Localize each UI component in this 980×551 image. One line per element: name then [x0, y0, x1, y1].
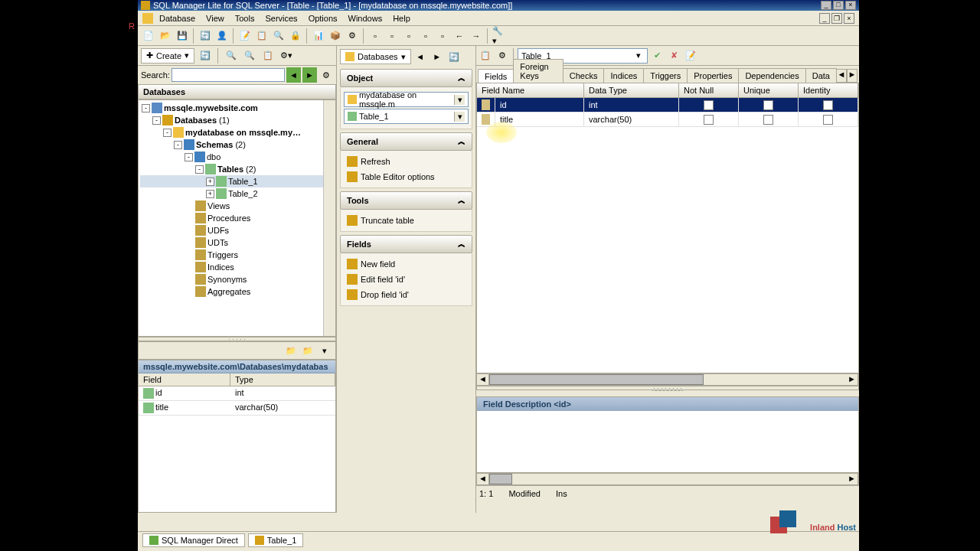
tree-databases[interactable]: Databases — [175, 116, 217, 125]
search-next-button[interactable]: ► — [302, 67, 317, 83]
toolbar-button[interactable]: 🔍 — [224, 48, 239, 64]
window-tab-direct[interactable]: SQL Manager Direct — [142, 533, 245, 547]
tree-udfs[interactable]: UDFs — [207, 226, 229, 235]
toolbar-button[interactable]: 📝 — [237, 28, 253, 44]
cell-type[interactable]: int — [584, 98, 679, 112]
menu-help[interactable]: Help — [388, 12, 415, 24]
database-tree[interactable]: -mssqle.mywebsite.com -Databases (1) -my… — [138, 99, 336, 337]
toolbar-button[interactable]: ▫ — [401, 28, 416, 44]
scroll-left-button[interactable]: ◄ — [477, 374, 489, 385]
menu-view[interactable]: View — [201, 12, 229, 24]
toolbar-button[interactable]: 👤 — [214, 28, 230, 44]
tab-scroll-right[interactable]: ► — [847, 69, 858, 83]
expand-icon[interactable]: - — [142, 104, 150, 112]
drop-field-action[interactable]: Drop field 'id' — [344, 287, 469, 302]
fields-section-header[interactable]: Fields︽ — [340, 235, 472, 253]
tools-section-header[interactable]: Tools︽ — [340, 191, 472, 210]
description-body[interactable] — [477, 411, 858, 472]
cell-name[interactable]: id — [495, 98, 584, 112]
tree-schemas[interactable]: Schemas — [196, 140, 233, 149]
tab-dependencies[interactable]: Dependencies — [738, 68, 805, 83]
tab-triggers[interactable]: Triggers — [643, 68, 688, 83]
toolbar-button[interactable]: ⚙ — [345, 28, 360, 44]
identity-checkbox[interactable] — [823, 100, 833, 110]
menu-windows[interactable]: Windows — [344, 12, 387, 24]
tab-properties[interactable]: Properties — [687, 68, 739, 83]
tree-synonyms[interactable]: Synonyms — [207, 275, 247, 284]
notnull-checkbox[interactable] — [704, 115, 714, 125]
toolbar-button[interactable]: 🔒 — [288, 28, 303, 44]
tree-udts[interactable]: UDTs — [207, 238, 228, 247]
col-field-name[interactable]: Field Name — [477, 83, 584, 97]
refresh-action[interactable]: Refresh — [344, 154, 469, 169]
field-row[interactable]: title varchar(50) — [477, 112, 858, 127]
toolbar-button[interactable]: → — [469, 28, 484, 44]
toolbar-button[interactable]: ⚙ — [495, 48, 510, 64]
scroll-thumb[interactable] — [489, 474, 512, 484]
toolbar-button[interactable]: ◄ — [413, 49, 428, 64]
general-section-header[interactable]: General︽ — [340, 132, 472, 151]
preview-row[interactable]: title varchar(50) — [139, 401, 335, 416]
toolbar-button[interactable]: ► — [430, 49, 445, 64]
tree-schema-dbo[interactable]: dbo — [207, 152, 220, 161]
col-field[interactable]: Field — [139, 373, 230, 386]
scroll-left-button[interactable]: ◄ — [477, 474, 489, 484]
toolbar-button[interactable]: ▫ — [368, 28, 383, 44]
tree-aggregates[interactable]: Aggregates — [207, 287, 250, 296]
toolbar-button[interactable]: 📁 — [283, 343, 299, 358]
scroll-thumb[interactable] — [489, 374, 704, 385]
toolbar-button[interactable]: 📋 — [478, 48, 493, 64]
tree-triggers[interactable]: Triggers — [207, 250, 238, 259]
rollback-button[interactable]: ✘ — [666, 48, 681, 64]
unique-checkbox[interactable] — [763, 100, 773, 110]
col-unique[interactable]: Unique — [739, 83, 799, 97]
search-input[interactable] — [172, 68, 285, 82]
expand-icon[interactable]: + — [206, 178, 214, 186]
tree-database[interactable]: mydatabase on mssqle.my… — [185, 128, 301, 137]
object-section-header[interactable]: Object︽ — [340, 69, 472, 87]
mdi-minimize-button[interactable]: _ — [819, 13, 830, 24]
tree-procedures[interactable]: Procedures — [207, 214, 250, 223]
col-data-type[interactable]: Data Type — [584, 83, 679, 97]
toolbar-button[interactable]: 🔧▾ — [492, 28, 507, 44]
toolbar-button[interactable]: 📝 — [683, 48, 698, 64]
toolbar-button[interactable]: 📊 — [311, 28, 326, 44]
mdi-close-button[interactable]: × — [844, 13, 854, 24]
toolbar-button[interactable]: 📄 — [141, 28, 156, 44]
new-field-action[interactable]: New field — [344, 256, 469, 272]
database-combo[interactable]: mydatabase on mssqle.m▾ — [344, 92, 469, 107]
tab-indices[interactable]: Indices — [603, 68, 644, 83]
horizontal-scrollbar[interactable]: ◄ ► — [476, 373, 859, 386]
col-type[interactable]: Type — [230, 373, 335, 386]
editor-options-action[interactable]: Table Editor options — [344, 169, 469, 184]
menu-database[interactable]: Database — [155, 12, 200, 24]
table-combo[interactable]: Table_1▾ — [344, 109, 469, 124]
close-button[interactable]: × — [845, 1, 856, 10]
notnull-checkbox[interactable] — [704, 100, 714, 110]
tree-table-2[interactable]: Table_2 — [228, 189, 258, 198]
refresh-button[interactable]: 🔄 — [198, 48, 213, 64]
menu-options[interactable]: Options — [304, 12, 342, 24]
toolbar-button[interactable]: ▫ — [435, 28, 450, 44]
toolbar-button[interactable]: ⚙▾ — [279, 48, 294, 64]
menu-services[interactable]: Services — [260, 12, 302, 24]
toolbar-button[interactable]: 💾 — [175, 28, 190, 44]
toolbar-button[interactable]: 🔄 — [446, 49, 462, 64]
tree-views[interactable]: Views — [207, 201, 230, 210]
toolbar-button[interactable]: ▫ — [418, 28, 433, 44]
tab-data[interactable]: Data — [805, 68, 837, 83]
unique-checkbox[interactable] — [763, 115, 773, 125]
tab-foreign-keys[interactable]: Foreign Keys — [513, 59, 563, 83]
toolbar-button[interactable]: 🔄 — [198, 28, 213, 44]
cell-type[interactable]: varchar(50) — [584, 112, 679, 127]
mdi-restore-button[interactable]: ❐ — [831, 13, 842, 24]
tree-indices[interactable]: Indices — [207, 262, 234, 272]
toolbar-button[interactable]: 📁 — [300, 343, 315, 358]
commit-button[interactable]: ✔ — [649, 48, 665, 64]
expand-icon[interactable]: + — [206, 190, 214, 198]
search-prev-button[interactable]: ◄ — [286, 67, 301, 83]
toolbar-button[interactable]: 🔍 — [271, 28, 286, 44]
splitter[interactable]: ∴∴∴∴∴∴∴∴ — [476, 386, 859, 390]
toolbar-button[interactable]: 📋 — [254, 28, 270, 44]
toolbar-button[interactable]: ▾ — [317, 343, 332, 358]
